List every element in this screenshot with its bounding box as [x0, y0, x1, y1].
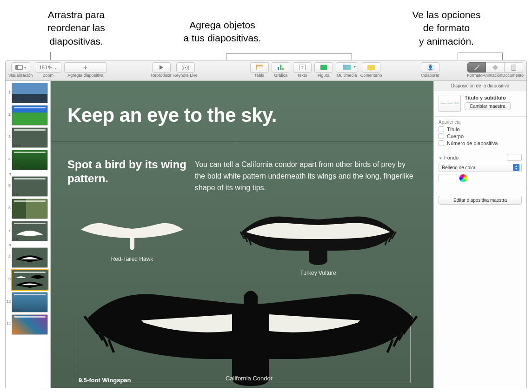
slide-thumbnail[interactable] — [12, 292, 48, 312]
table-icon — [256, 65, 263, 70]
slide-canvas[interactable]: Keep an eye to the sky. Spot a bird by i… — [51, 81, 433, 388]
collaborate-button[interactable]: 👤 — [421, 62, 439, 73]
brush-icon — [473, 64, 480, 71]
keynote-live-button[interactable]: ((•)) — [176, 62, 195, 73]
play-button[interactable] — [152, 62, 171, 73]
zoom-button[interactable]: 150 % ⌄ — [35, 62, 61, 73]
slide-number: 8 — [7, 247, 11, 259]
media-label: Multimedia — [337, 73, 357, 78]
slide-body-text[interactable]: You can tell a California condor apart f… — [195, 159, 415, 193]
document-label: Documento — [502, 73, 524, 78]
vulture-figure[interactable]: Turkey Vulture — [237, 206, 399, 276]
chart-label: Gráfica — [274, 73, 287, 78]
checkbox-slidenum[interactable] — [439, 140, 444, 146]
checkbox-title-label: Título — [447, 126, 460, 132]
slide-thumbnail[interactable] — [12, 105, 48, 126]
disclosure-triangle[interactable]: ▼ — [8, 243, 49, 247]
background-section-label: Fondo — [444, 155, 459, 160]
slide-thumbnail[interactable] — [12, 83, 48, 103]
format-tab[interactable] — [467, 62, 486, 73]
slide-thumbnail[interactable] — [12, 199, 48, 219]
plus-icon: + — [83, 65, 87, 70]
checkbox-body[interactable] — [439, 133, 444, 139]
media-button[interactable] — [336, 62, 358, 73]
fill-type-select[interactable]: Relleno de color ▲▼ — [439, 163, 522, 172]
slide-thumbnail[interactable] — [12, 150, 48, 170]
hawk-silhouette — [79, 216, 186, 253]
toolbar: ▾ Visualización 150 % ⌄ Zoom + Agregar d… — [6, 60, 526, 81]
slide-number: 1 — [7, 83, 11, 94]
annotation-add-objects: Agrega objetos a tus diapositivas. — [166, 19, 278, 45]
disclosure-icon[interactable]: ▼ — [439, 156, 442, 160]
comment-icon — [367, 65, 375, 70]
shape-button[interactable] — [314, 62, 333, 73]
condor-figure[interactable]: California Condor — [83, 276, 415, 388]
text-icon: T — [299, 65, 306, 70]
fill-type-value: Relleno de color — [442, 165, 475, 170]
slide-title[interactable]: Keep an eye to the sky. — [67, 104, 277, 126]
slide-number: 5 — [7, 176, 11, 188]
animate-tab[interactable] — [486, 62, 505, 73]
annotation-reorder: Arrastra para reordenar las diapositivas… — [30, 8, 123, 48]
format-label: Formato — [467, 73, 483, 78]
wingspan-label[interactable]: 9.5-foot Wingspan — [79, 377, 131, 384]
slide-canvas-area[interactable]: Keep an eye to the sky. Spot a bird by i… — [51, 81, 433, 388]
change-master-button[interactable]: Cambiar maestra — [465, 102, 511, 110]
view-label: Visualización — [8, 73, 33, 78]
annotation-reorder-text: Arrastra para reordenar las diapositivas… — [47, 9, 105, 47]
checkbox-slidenum-label: Número de diapositiva — [447, 140, 498, 146]
slide-number: 7 — [7, 221, 11, 233]
slide-thumbnail[interactable] — [12, 221, 48, 241]
text-label: Texto — [297, 73, 307, 78]
text-button[interactable]: T — [293, 62, 312, 73]
slide-thumbnail[interactable] — [12, 127, 48, 148]
comment-button[interactable] — [362, 62, 380, 73]
slide-thumbnail-selected[interactable] — [12, 270, 48, 290]
hawk-figure[interactable]: Red-Tailed Hawk — [79, 216, 186, 262]
background-swatch[interactable] — [507, 154, 522, 161]
zoom-value: 150 % — [39, 65, 52, 70]
add-slide-label: Agregar diapositiva — [67, 73, 103, 78]
slide-number: 4 — [7, 150, 11, 161]
diamond-icon — [492, 64, 499, 71]
disclosure-triangle[interactable]: ▼ — [8, 172, 49, 176]
comment-label: Comentario — [360, 73, 382, 78]
play-label: Reproducir — [151, 73, 172, 78]
appearance-section-label: Apariencia — [439, 120, 522, 125]
document-tab[interactable] — [505, 62, 523, 73]
slide-thumbnail[interactable] — [12, 314, 48, 335]
layout-name: Título y subtítulo — [465, 95, 511, 100]
slide-subheader[interactable]: Spot a bird by its wing pattern. — [67, 158, 198, 186]
chart-button[interactable] — [272, 62, 290, 73]
document-icon — [512, 65, 516, 71]
add-slide-button[interactable]: + — [64, 62, 107, 73]
vulture-silhouette — [237, 206, 399, 267]
slide-number: 3 — [7, 127, 11, 139]
shape-label: Figura — [318, 73, 330, 78]
hawk-label: Red-Tailed Hawk — [79, 256, 186, 262]
slide-thumbnail[interactable] — [12, 247, 48, 268]
live-icon: ((•)) — [181, 65, 189, 70]
checkbox-body-label: Cuerpo — [447, 133, 464, 139]
edit-master-button[interactable]: Editar diapositiva maestra — [439, 196, 522, 205]
inspector-panel: Disposición de la diapositiva Lorem Ipsu… — [433, 81, 526, 388]
annotation-add-text: Agrega objetos a tus diapositivas. — [184, 20, 261, 43]
color-wheel-button[interactable] — [459, 174, 467, 182]
slide-number: 9 — [7, 270, 11, 281]
slide-number: 2 — [7, 105, 11, 117]
slide-number: 6 — [7, 199, 11, 210]
annotation-format-text: Ve las opciones de formato y animación. — [412, 9, 480, 47]
view-icon — [15, 65, 23, 70]
annotation-format-anim: Ve las opciones de formato y animación. — [391, 8, 502, 48]
collaborate-label: Colaborar — [421, 73, 439, 78]
zoom-label: Zoom — [43, 73, 53, 78]
slide-navigator[interactable]: 1 2 3 4 ▼ 5 6 7 ▼ 8 9 10 11 — [6, 81, 51, 388]
slide-thumbnail[interactable] — [12, 176, 48, 197]
checkbox-title[interactable] — [439, 126, 444, 132]
condor-silhouette — [83, 276, 418, 388]
slide-divider — [51, 141, 433, 142]
inspector-header: Disposición de la diapositiva — [434, 81, 526, 91]
color-well[interactable] — [439, 174, 457, 182]
view-button[interactable]: ▾ — [11, 62, 30, 73]
table-button[interactable] — [250, 62, 269, 73]
